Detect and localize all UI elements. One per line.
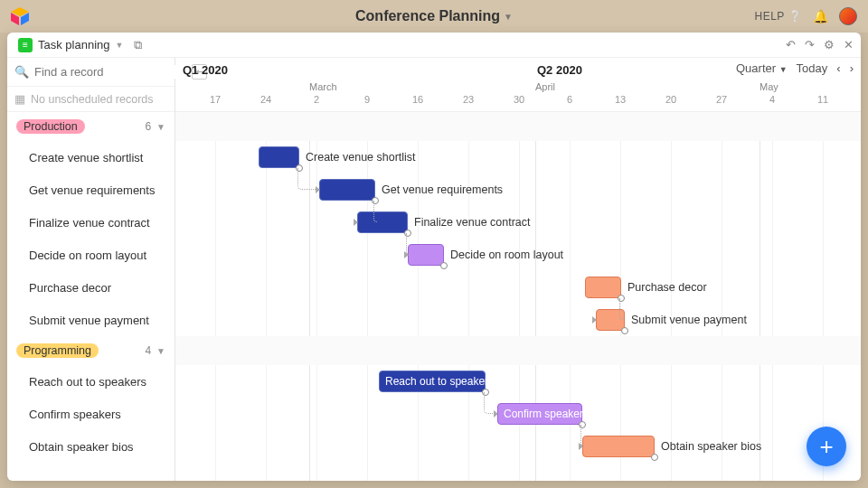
day-label: 20 — [665, 94, 676, 105]
month-label: March — [309, 81, 337, 92]
open-external-icon[interactable]: ⧉ — [134, 38, 142, 52]
gantt-bar-label: Create venue shortlist — [306, 151, 416, 164]
calendar-icon: ▦ — [14, 92, 25, 106]
scale-selector[interactable]: Quarter ▼ — [736, 61, 788, 75]
chevron-down-icon: ▼ — [779, 65, 788, 74]
day-label: 9 — [364, 94, 370, 105]
bar-handle[interactable] — [651, 454, 658, 461]
task-row[interactable]: Finalize venue contract — [7, 206, 175, 239]
gantt-bar[interactable]: Create venue shortlist — [259, 146, 299, 168]
day-label: 17 — [210, 94, 221, 105]
gantt-bar[interactable]: Decide on room layout — [408, 244, 444, 266]
avatar[interactable] — [839, 7, 857, 25]
window-header: ≡ Task planning ▼ ⧉ ↶ ↷ ⚙ ✕ — [7, 33, 861, 58]
task-row[interactable]: Reach out to speakers — [7, 365, 175, 398]
day-label: 13 — [615, 94, 626, 105]
close-icon[interactable]: ✕ — [844, 38, 854, 52]
help-icon: ❔ — [788, 10, 803, 23]
unscheduled-row[interactable]: ▦ No unscheduled records — [7, 87, 175, 112]
task-row[interactable]: Obtain speaker bios — [7, 430, 175, 463]
task-row[interactable]: Create venue shortlist — [7, 141, 175, 174]
gantt-bar[interactable]: Finalize venue contract — [357, 211, 408, 233]
dependency-line — [619, 298, 623, 320]
search-icon: 🔍 — [14, 65, 29, 79]
dependency-arrow — [316, 186, 320, 193]
notifications-icon[interactable]: 🔔 — [813, 9, 828, 23]
dependency-arrow — [579, 443, 583, 450]
month-label: April — [535, 81, 555, 92]
view-name: Task planning — [38, 38, 110, 52]
quarter-label-q2: Q2 2020 — [537, 63, 582, 77]
view-switcher[interactable]: ≡ Task planning ▼ — [14, 36, 127, 54]
task-row[interactable]: Submit venue payment — [7, 304, 175, 336]
record-sidebar: 🔍 ⇤ ▦ No unscheduled records Production6… — [7, 58, 175, 481]
gantt-bar-label: Submit venue payment — [631, 314, 747, 326]
dependency-arrow — [354, 219, 358, 226]
day-label: 6 — [567, 94, 572, 105]
group-header[interactable]: Programming4▼ — [7, 336, 175, 365]
undo-icon[interactable]: ↶ — [786, 38, 796, 52]
group-count: 4 — [145, 344, 151, 357]
day-label: 24 — [260, 94, 271, 105]
gantt-window: ≡ Task planning ▼ ⧉ ↶ ↷ ⚙ ✕ 🔍 ⇤ ▦ No uns… — [7, 33, 861, 481]
day-label: 27 — [716, 94, 727, 105]
timeline: Q1 2020 Q2 2020 Quarter ▼ Today ‹ › Marc… — [175, 58, 861, 481]
chevron-down-icon: ▼ — [156, 346, 165, 356]
bar-handle[interactable] — [440, 262, 448, 269]
task-row[interactable]: Confirm speakers — [7, 398, 175, 430]
group-pill: Production — [16, 119, 85, 134]
chevron-down-icon: ▼ — [156, 122, 165, 132]
chevron-down-icon: ▼ — [116, 41, 124, 50]
task-row[interactable]: Decide on room layout — [7, 239, 175, 271]
group-header[interactable]: Production6▼ — [7, 112, 175, 141]
gantt-bar-label: Purchase decor — [627, 281, 707, 294]
base-title[interactable]: Conference Planning ▼ — [355, 8, 513, 24]
chevron-down-icon: ▼ — [504, 12, 513, 22]
day-label: 2 — [314, 94, 319, 105]
month-label: May — [760, 81, 778, 92]
gantt-bar-label: Obtain speaker bios — [661, 440, 761, 453]
gantt-icon: ≡ — [18, 38, 33, 52]
day-label: 16 — [412, 94, 423, 105]
dependency-arrow — [404, 251, 409, 258]
bar-handle[interactable] — [621, 327, 628, 334]
gantt-bar-label: Get venue requirements — [382, 183, 503, 196]
quarter-label-q1: Q1 2020 — [183, 63, 228, 77]
search-input[interactable] — [34, 65, 186, 79]
gantt-bar[interactable]: Reach out to speakers — [379, 371, 486, 392]
gantt-bar[interactable]: Confirm speakers — [497, 403, 582, 425]
day-label: 23 — [463, 94, 474, 105]
gantt-bar-label: Decide on room layout — [450, 249, 563, 261]
redo-icon[interactable]: ↷ — [805, 38, 815, 52]
gantt-bar[interactable]: Purchase decor — [585, 277, 621, 298]
app-logo[interactable] — [11, 7, 29, 25]
group-pill: Programming — [16, 343, 99, 358]
day-label: 4 — [769, 94, 775, 105]
task-row[interactable]: Get venue requirements — [7, 174, 175, 206]
gantt-bar[interactable]: Get venue requirements — [319, 179, 375, 201]
dependency-arrow — [592, 316, 597, 324]
group-count: 6 — [145, 120, 151, 133]
gantt-bar-label: Finalize venue contract — [414, 216, 531, 229]
task-row[interactable]: Purchase decor — [7, 271, 175, 304]
unscheduled-label: No unscheduled records — [31, 93, 154, 106]
base-title-text: Conference Planning — [355, 8, 500, 24]
day-label: 30 — [514, 94, 524, 105]
gear-icon[interactable]: ⚙ — [824, 38, 835, 52]
add-button[interactable]: + — [807, 427, 846, 466]
next-icon[interactable]: › — [850, 61, 854, 75]
gantt-bar[interactable]: Obtain speaker bios — [582, 436, 655, 457]
dependency-arrow — [494, 410, 498, 418]
help-link[interactable]: HELP ❔ — [755, 10, 802, 23]
day-label: 11 — [817, 94, 828, 105]
today-button[interactable]: Today — [797, 61, 828, 75]
prev-icon[interactable]: ‹ — [836, 61, 840, 75]
dependency-line — [373, 201, 377, 222]
